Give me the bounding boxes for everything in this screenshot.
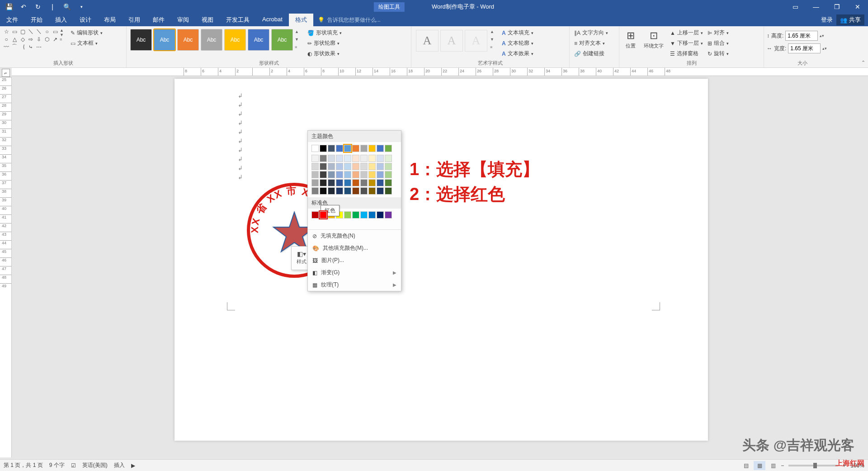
tab-layout[interactable]: 布局: [98, 14, 122, 26]
theme-shade-swatch[interactable]: [344, 163, 351, 170]
shape-curve2-icon[interactable]: ⌒: [11, 43, 18, 50]
print-layout-icon[interactable]: ▦: [754, 461, 765, 470]
zoom-thumb[interactable]: [813, 463, 817, 468]
theme-shade-swatch[interactable]: [352, 179, 359, 186]
shape-arrow-icon[interactable]: ⇨: [27, 36, 34, 43]
theme-shade-swatch[interactable]: [368, 155, 376, 162]
theme-shade-swatch[interactable]: [311, 163, 319, 170]
theme-color-swatch[interactable]: [320, 145, 327, 152]
shape-circle-icon[interactable]: ○: [3, 36, 10, 43]
shape-style-swatch[interactable]: Abc: [271, 29, 293, 51]
tab-mailings[interactable]: 邮件: [146, 14, 171, 26]
theme-shade-swatch[interactable]: [352, 171, 359, 178]
theme-color-swatch[interactable]: [336, 145, 343, 152]
gallery-more-icon[interactable]: ≡: [295, 45, 301, 49]
theme-shade-swatch[interactable]: [385, 187, 392, 195]
create-link-button[interactable]: 🔗 创建链接: [572, 49, 610, 58]
qat-dropdown-icon[interactable]: ▾: [76, 1, 87, 12]
text-outline-button[interactable]: A 文本轮廓▾: [500, 38, 535, 48]
theme-shade-swatch[interactable]: [360, 155, 368, 162]
theme-shade-swatch[interactable]: [344, 187, 351, 195]
shape-effects-button[interactable]: ◐ 形状效果 ▾: [306, 49, 344, 58]
login-link[interactable]: 登录: [821, 16, 833, 24]
theme-shade-swatch[interactable]: [336, 171, 343, 178]
texture-fill-item[interactable]: ▦纹理(T)▶: [308, 279, 401, 291]
theme-shade-swatch[interactable]: [377, 187, 384, 195]
standard-color-swatch[interactable]: [320, 211, 327, 219]
shape-style-swatch[interactable]: Abc: [130, 29, 152, 51]
theme-shade-swatch[interactable]: [320, 179, 327, 186]
standard-color-swatch[interactable]: [368, 211, 376, 219]
theme-shade-swatch[interactable]: [368, 171, 376, 178]
tab-view[interactable]: 视图: [195, 14, 220, 26]
gallery-more-icon[interactable]: ≡: [60, 37, 65, 42]
theme-shade-swatch[interactable]: [320, 187, 327, 195]
theme-shade-swatch[interactable]: [320, 163, 327, 170]
text-direction-button[interactable]: ∥A 文字方向▾: [572, 28, 610, 38]
theme-shade-swatch[interactable]: [368, 179, 376, 186]
standard-color-swatch[interactable]: [385, 211, 392, 219]
minimize-icon[interactable]: —: [806, 0, 826, 14]
theme-shade-swatch[interactable]: [336, 155, 343, 162]
theme-shade-swatch[interactable]: [328, 187, 335, 195]
shape-style-swatch[interactable]: Abc: [224, 29, 246, 51]
save-icon[interactable]: 💾: [4, 1, 14, 12]
shape-connector-icon[interactable]: ⤷: [27, 43, 34, 50]
horizontal-ruler[interactable]: 8642246810121416182022242628303234363840…: [12, 68, 868, 76]
shape-outline-button[interactable]: ✏ 形状轮廓 ▾: [306, 38, 344, 48]
shape-style-swatch[interactable]: Abc: [154, 29, 175, 51]
close-icon[interactable]: ✕: [847, 0, 868, 14]
shape-rect3-icon[interactable]: ▭: [52, 28, 59, 35]
standard-color-swatch[interactable]: [352, 211, 359, 219]
page-count[interactable]: 第 1 页，共 1 页: [4, 461, 43, 469]
standard-color-swatch[interactable]: [377, 211, 384, 219]
gallery-down-icon[interactable]: ▼: [490, 37, 496, 42]
tab-design[interactable]: 设计: [73, 14, 98, 26]
text-box-button[interactable]: ▭ 文本框 ▾: [69, 38, 104, 48]
shape-more-icon[interactable]: ⋯: [35, 43, 42, 50]
shape-arrow3-icon[interactable]: ↗: [52, 36, 59, 43]
theme-shade-swatch[interactable]: [311, 179, 319, 186]
shape-rect-icon[interactable]: ▭: [11, 28, 18, 35]
theme-color-swatch[interactable]: [344, 145, 351, 152]
text-effects-button[interactable]: A 文本效果▾: [500, 49, 535, 58]
shape-gallery[interactable]: ☆ ▭ ▢ ＼ ＼ ○ ▭ ○ △ ◇ ⇨ ⇩ ⬡ ↗ 〰 ⌒ ｛ ⤷ ⋯: [3, 28, 59, 50]
theme-shade-swatch[interactable]: [352, 187, 359, 195]
align-text-button[interactable]: ≡ 对齐文本▾: [572, 38, 610, 48]
gallery-up-icon[interactable]: ▲: [60, 28, 65, 33]
shape-fill-button[interactable]: 🪣 形状填充 ▾: [306, 28, 344, 38]
theme-shade-swatch[interactable]: [360, 171, 368, 178]
theme-shade-swatch[interactable]: [311, 187, 319, 195]
theme-shade-swatch[interactable]: [352, 155, 359, 162]
gradient-fill-item[interactable]: ◧渐变(G)▶: [308, 266, 401, 279]
wordart-style-1[interactable]: A: [416, 30, 439, 52]
standard-color-swatch[interactable]: [344, 211, 351, 219]
theme-shade-swatch[interactable]: [368, 187, 376, 195]
theme-color-swatch[interactable]: [385, 145, 392, 152]
picture-fill-item[interactable]: 🖼图片(P)...: [308, 254, 401, 266]
theme-shade-swatch[interactable]: [320, 155, 327, 162]
theme-shade-swatch[interactable]: [336, 163, 343, 170]
theme-shade-swatch[interactable]: [328, 171, 335, 178]
theme-shade-swatch[interactable]: [328, 163, 335, 170]
theme-shade-swatch[interactable]: [320, 171, 327, 178]
tab-review[interactable]: 审阅: [171, 14, 195, 26]
theme-shade-swatch[interactable]: [336, 187, 343, 195]
gallery-down-icon[interactable]: ▼: [60, 33, 65, 37]
read-mode-icon[interactable]: ▤: [740, 461, 752, 470]
theme-shade-swatch[interactable]: [377, 171, 384, 178]
theme-shade-swatch[interactable]: [311, 155, 319, 162]
theme-color-swatch[interactable]: [311, 145, 319, 152]
tab-insert[interactable]: 插入: [49, 14, 73, 26]
print-preview-icon[interactable]: 🔍: [61, 1, 72, 12]
theme-shade-swatch[interactable]: [385, 155, 392, 162]
wordart-gallery[interactable]: A A A: [414, 28, 489, 53]
tell-me-search[interactable]: 💡 告诉我您想要做什么...: [313, 14, 381, 26]
no-fill-item[interactable]: ⊘无填充颜色(N): [308, 230, 401, 242]
shape-oval-icon[interactable]: ○: [43, 28, 51, 35]
theme-shade-swatch[interactable]: [360, 179, 368, 186]
theme-shade-swatch[interactable]: [360, 163, 368, 170]
width-input[interactable]: [788, 43, 821, 53]
position-button[interactable]: ⊞ 位置: [622, 28, 639, 51]
shape-rect2-icon[interactable]: ▢: [19, 28, 26, 35]
